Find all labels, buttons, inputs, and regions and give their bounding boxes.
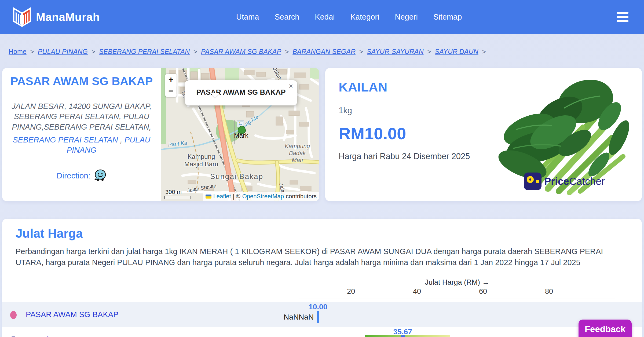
row-plot: 10.00NaNNaN xyxy=(299,302,615,327)
map-attribution: Leaflet | © OpenStreetMap contributors xyxy=(203,192,319,201)
chart-axis-label: Julat Harga (RM) → xyxy=(299,278,615,287)
manamurah-logo-icon xyxy=(13,6,31,28)
pricecatcher-wordmark: PriceCatcher xyxy=(544,176,605,187)
pricecatcher-logo: PriceCatcher xyxy=(524,173,605,190)
breadcrumb-item[interactable]: SAYUR-SAYURAN xyxy=(367,48,424,56)
direction-label: Direction: xyxy=(57,171,91,180)
price-range-bar xyxy=(365,335,450,337)
market-card: PASAR AWAM SG BAKAP JALAN BESAR, 14200 S… xyxy=(2,68,319,201)
breadcrumb-separator: > xyxy=(427,48,431,56)
popup-tip xyxy=(211,93,219,97)
zoom-out-button[interactable]: − xyxy=(165,85,177,97)
product-price: RM10.00 xyxy=(339,124,505,143)
market-links: SEBERANG PERAI SELATAN , PULAU PINANG xyxy=(2,135,161,155)
breadcrumb-item[interactable]: SEBERANG PERAI SELATAN xyxy=(99,48,190,56)
breadcrumb-separator: > xyxy=(359,48,363,56)
row-legend-dot xyxy=(10,336,17,337)
breadcrumb-item[interactable]: SAYUR DAUN xyxy=(435,48,478,56)
popup-close-icon[interactable]: × xyxy=(289,82,293,90)
nav-item-kategori[interactable]: Kategori xyxy=(350,13,379,21)
breadcrumb-separator: > xyxy=(193,48,197,56)
feedback-button[interactable]: Feedback xyxy=(579,320,632,337)
top-navbar: ManaMurah UtamaSearchKedaiKategoriNegeri… xyxy=(0,0,644,34)
row-label-link[interactable]: PASAR AWAM SG BAKAP xyxy=(26,310,118,319)
district-link[interactable]: SEBERANG PERAI SELATAN xyxy=(13,135,118,144)
row-legend-dot xyxy=(10,311,17,319)
nav-item-kedai[interactable]: Kedai xyxy=(315,13,335,21)
price-range-section: Julat Harga Perbandingan harga terkini d… xyxy=(2,219,642,337)
breadcrumb-separator: > xyxy=(285,48,289,56)
section-description: Perbandingan harga terkini dan julat har… xyxy=(16,246,630,268)
row-plot: 35.67 xyxy=(299,327,615,337)
hamburger-menu-icon[interactable] xyxy=(617,12,628,22)
waze-icon[interactable] xyxy=(94,169,107,182)
product-image: PriceCatcher xyxy=(497,76,631,197)
chart-row: Daerah SEBERANG PERAI SELATAN35.67 xyxy=(2,327,642,337)
nav-item-utama[interactable]: Utama xyxy=(236,13,259,21)
nav-item-negeri[interactable]: Negeri xyxy=(395,13,418,21)
zoom-in-button[interactable]: + xyxy=(165,74,177,85)
section-title: Julat Harga xyxy=(16,226,642,241)
chart-row: PASAR AWAM SG BAKAP10.00NaNNaN xyxy=(2,302,642,327)
product-text: KAILAN 1kg RM10.00 Harga hari Rabu 24 Di… xyxy=(339,68,505,161)
axis-tick xyxy=(351,296,351,299)
brand-title: ManaMurah xyxy=(36,11,100,24)
map-scale-bar xyxy=(164,196,191,199)
leaflet-link[interactable]: Leaflet xyxy=(213,193,231,200)
leaflet-map[interactable]: Kampung Masjid BaruSungai BakapKampung B… xyxy=(161,68,319,201)
breadcrumb-item[interactable]: BARANGAN SEGAR xyxy=(292,48,356,56)
axis-tick xyxy=(549,296,549,299)
pricecatcher-icon xyxy=(524,173,541,190)
breadcrumb-separator: > xyxy=(482,48,486,56)
chart-rows: PASAR AWAM SG BAKAP10.00NaNNaNDaerah SEB… xyxy=(2,302,642,337)
market-title: PASAR AWAM SG BAKAP xyxy=(2,75,161,88)
breadcrumb: Home>PULAU PINANG>SEBERANG PERAI SELATAN… xyxy=(9,48,490,56)
marker-alt-text: Mark xyxy=(234,132,248,139)
breadcrumb-item[interactable]: PULAU PINANG xyxy=(38,48,88,56)
nav-item-search[interactable]: Search xyxy=(275,13,299,21)
product-card: KAILAN 1kg RM10.00 Harga hari Rabu 24 Di… xyxy=(325,68,642,201)
chart-x-axis: 20406080 xyxy=(299,299,615,299)
axis-tick-label: 80 xyxy=(545,287,553,296)
nav-item-sitemap[interactable]: Sitemap xyxy=(433,13,462,21)
brand[interactable]: ManaMurah xyxy=(13,6,100,28)
map-scale-label: 300 m xyxy=(165,189,182,196)
breadcrumb-item[interactable]: Home xyxy=(9,48,27,56)
row-range-label: NaNNaN xyxy=(284,313,318,321)
breadcrumb-item[interactable]: PASAR AWAM SG BAKAP xyxy=(201,48,281,56)
product-unit: 1kg xyxy=(339,106,505,115)
page: ManaMurah UtamaSearchKedaiKategoriNegeri… xyxy=(0,0,644,337)
axis-tick xyxy=(417,296,417,299)
breadcrumb-separator: > xyxy=(30,48,34,56)
product-name: KAILAN xyxy=(339,80,505,94)
chart-top-border xyxy=(31,271,616,271)
market-address: JALAN BESAR, 14200 SUNGAI BAKAP, SEBERAN… xyxy=(11,101,152,132)
map-popup: PASAR AWAM SG BAKAP × xyxy=(185,80,297,105)
axis-tick-label: 60 xyxy=(479,287,487,296)
direction-row: Direction: xyxy=(2,169,161,182)
main-nav: UtamaSearchKedaiKategoriNegeriSitemap xyxy=(236,0,462,34)
market-info: PASAR AWAM SG BAKAP JALAN BESAR, 14200 S… xyxy=(2,68,161,201)
breadcrumb-separator: > xyxy=(92,48,95,56)
current-price-bar xyxy=(317,311,319,323)
row-value-label: 10.00 xyxy=(309,303,327,311)
openstreetmap-link[interactable]: OpenStreetMap xyxy=(242,193,284,200)
map-zoom-control: + − xyxy=(165,74,177,97)
axis-tick-label: 20 xyxy=(347,287,355,296)
axis-tick xyxy=(483,296,483,299)
current-price-marker xyxy=(401,335,405,337)
product-price-date: Harga hari Rabu 24 Disember 2025 xyxy=(339,152,505,161)
ukraine-flag-icon xyxy=(206,195,211,199)
axis-tick-label: 40 xyxy=(413,287,421,296)
map-popup-title: PASAR AWAM SG BAKAP xyxy=(185,88,297,97)
row-label-link[interactable]: Daerah SEBERANG PERAI SELATAN xyxy=(26,335,159,337)
